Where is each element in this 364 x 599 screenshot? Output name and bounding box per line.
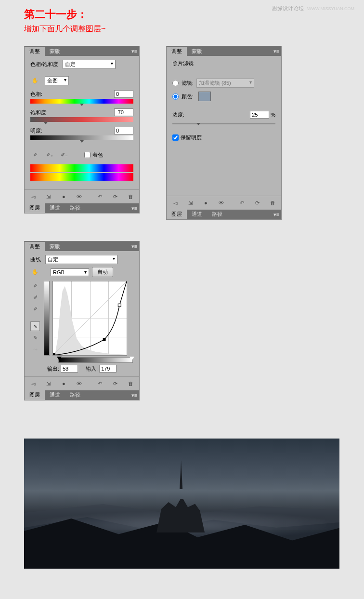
curves-graph[interactable] — [52, 281, 127, 356]
output-gradient — [44, 281, 50, 356]
refresh-icon[interactable]: ⟳ — [111, 379, 120, 388]
svg-rect-4 — [53, 353, 55, 355]
hue-saturation-panel: 调整 蒙版 ▾≡ 色相/饱和度 自定 ✋ 全图 色相: 饱和度: 明度: — [24, 46, 140, 213]
panel-menu-icon-2[interactable]: ▾≡ — [272, 210, 281, 219]
result-image — [24, 439, 339, 569]
expand-icon[interactable]: ⇲ — [44, 192, 53, 201]
eyedropper-icon[interactable]: ✐ — [30, 150, 40, 160]
curves-panel: 调整 蒙版 ▾≡ 曲线 自定 ✋ RGB 自动 ✐ ✐ ✐ ∿ ✎ ⤳ — [24, 241, 140, 400]
eye-icon[interactable]: 👁 — [74, 192, 84, 201]
reset-icon[interactable]: ↶ — [237, 198, 247, 208]
input-label: 输入: — [86, 366, 98, 372]
panel-menu-icon[interactable]: ▾≡ — [130, 46, 139, 56]
back-arrow-icon[interactable]: ◅ — [28, 379, 38, 388]
tab-channels[interactable]: 通道 — [45, 390, 65, 400]
panel-menu-icon-2[interactable]: ▾≡ — [130, 203, 139, 213]
tab-channels[interactable]: 通道 — [45, 203, 65, 213]
input-input[interactable] — [99, 365, 117, 373]
back-arrow-icon[interactable]: ◅ — [28, 192, 38, 201]
photo-filter-panel: 调整 蒙版 ▾≡ 照片滤镜 滤镜: 加温滤镜 (85) 颜色: 浓度: % — [166, 46, 282, 220]
scrubby-hand-icon[interactable]: ✋ — [30, 267, 40, 277]
output-input[interactable] — [61, 365, 78, 373]
panel-menu-icon[interactable]: ▾≡ — [130, 241, 139, 251]
density-unit: % — [271, 112, 275, 118]
hue-slider[interactable] — [30, 99, 133, 104]
smooth-tool-icon[interactable]: ⤳ — [30, 345, 40, 354]
trash-icon[interactable]: 🗑 — [126, 192, 135, 201]
eyedropper-black-icon[interactable]: ✐ — [30, 281, 40, 291]
clip-icon[interactable]: ● — [201, 198, 210, 208]
auto-button[interactable]: 自动 — [92, 267, 113, 277]
color-swatch[interactable] — [198, 92, 211, 101]
refresh-icon[interactable]: ⟳ — [111, 192, 120, 201]
filter-radio-label: 滤镜: — [182, 80, 194, 87]
tab-adjust[interactable]: 调整 — [25, 47, 45, 56]
colorize-checkbox[interactable]: 着色 — [84, 151, 103, 159]
panel-footer: ◅ ⇲ ● 👁 ↶ ⟳ 🗑 — [25, 376, 139, 390]
tab-adjust[interactable]: 调整 — [25, 242, 45, 251]
eyedropper-white-icon[interactable]: ✐ — [30, 304, 40, 314]
tab-paths[interactable]: 路径 — [207, 210, 227, 219]
panel-footer: ◅ ⇲ ● 👁 ↶ ⟳ 🗑 — [167, 196, 281, 210]
curve-point-tool-icon[interactable]: ∿ — [30, 321, 40, 331]
expand-icon[interactable]: ⇲ — [186, 198, 195, 208]
brightness-slider[interactable] — [30, 135, 133, 140]
saturation-label: 饱和度: — [30, 109, 48, 116]
eye-icon[interactable]: 👁 — [216, 198, 226, 208]
preset-dropdown[interactable]: 自定 — [63, 60, 116, 69]
hue-input[interactable] — [114, 90, 133, 98]
reset-icon[interactable]: ↶ — [95, 379, 105, 388]
eyedropper-gray-icon[interactable]: ✐ — [30, 293, 40, 302]
color-radio-label: 颜色: — [182, 93, 194, 100]
watermark-text: 思缘设计论坛 — [272, 5, 304, 11]
trash-icon[interactable]: 🗑 — [126, 379, 135, 388]
clip-icon[interactable]: ● — [59, 192, 68, 201]
pencil-tool-icon[interactable]: ✎ — [30, 333, 40, 343]
tab-channels[interactable]: 通道 — [187, 210, 207, 219]
clip-icon[interactable]: ● — [59, 379, 68, 388]
tab-mask[interactable]: 蒙版 — [45, 47, 65, 56]
tab-mask[interactable]: 蒙版 — [45, 242, 65, 251]
panel-tabs: 调整 蒙版 ▾≡ — [25, 241, 139, 251]
svg-line-1 — [53, 281, 127, 355]
photo-filter-title: 照片滤镜 — [172, 60, 275, 70]
scope-dropdown[interactable]: 全图 — [45, 76, 69, 85]
tab-layers[interactable]: 图层 — [167, 210, 187, 219]
tab-paths[interactable]: 路径 — [65, 390, 85, 400]
panel-tabs: 调整 蒙版 ▾≡ — [25, 46, 139, 56]
eyedropper-minus-icon[interactable]: ✐₋ — [59, 150, 69, 160]
curves-title: 曲线 — [30, 256, 41, 265]
density-slider[interactable] — [172, 123, 275, 124]
eyedropper-plus-icon[interactable]: ✐₊ — [45, 150, 54, 160]
tab-layers[interactable]: 图层 — [25, 203, 45, 213]
filter-dropdown[interactable]: 加温滤镜 (85) — [196, 79, 254, 88]
expand-icon[interactable]: ⇲ — [44, 379, 53, 388]
panel-menu-icon-2[interactable]: ▾≡ — [130, 390, 139, 400]
density-input[interactable] — [250, 111, 269, 119]
saturation-slider[interactable] — [30, 117, 133, 122]
watermark-url: WWW.MISSYUAN.COM — [307, 6, 354, 11]
back-arrow-icon[interactable]: ◅ — [170, 198, 180, 208]
tab-adjust[interactable]: 调整 — [167, 47, 187, 56]
trash-icon[interactable]: 🗑 — [268, 198, 277, 208]
curves-preset-dropdown[interactable]: 自定 — [45, 255, 117, 264]
tab-mask[interactable]: 蒙版 — [187, 47, 207, 56]
preserve-luminosity-checkbox[interactable]: 保留明度 — [172, 134, 202, 141]
refresh-icon[interactable]: ⟳ — [253, 198, 262, 208]
eye-icon[interactable]: 👁 — [74, 379, 84, 388]
preserve-label: 保留明度 — [181, 134, 202, 141]
saturation-input[interactable] — [114, 108, 133, 116]
tab-paths[interactable]: 路径 — [65, 203, 85, 213]
panel-menu-icon[interactable]: ▾≡ — [272, 46, 281, 56]
output-label: 输出: — [47, 366, 59, 372]
filter-radio[interactable] — [172, 80, 179, 86]
density-label: 浓度: — [172, 111, 184, 119]
colorize-label: 着色 — [92, 151, 103, 159]
brightness-input[interactable] — [114, 127, 133, 134]
hue-label: 色相: — [30, 91, 42, 98]
channel-dropdown[interactable]: RGB — [51, 268, 89, 276]
scrubby-hand-icon[interactable]: ✋ — [30, 76, 40, 85]
reset-icon[interactable]: ↶ — [95, 192, 105, 201]
tab-layers[interactable]: 图层 — [25, 390, 45, 400]
color-radio[interactable] — [172, 93, 179, 100]
